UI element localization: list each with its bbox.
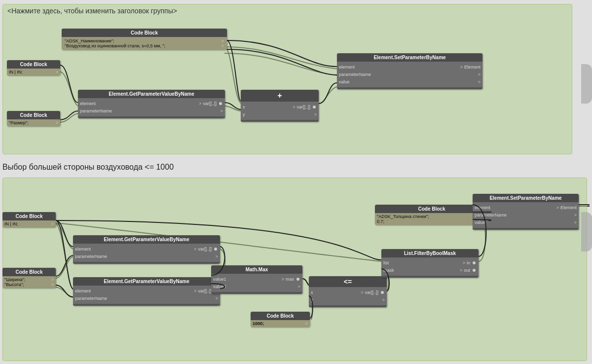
node-codeblock-top-header: Code Block: [62, 29, 227, 37]
port-set-value2: value: [475, 220, 485, 225]
port-left1-out: >: [56, 70, 58, 74]
port-dot5: [296, 278, 299, 281]
node-plus-header: +: [241, 90, 319, 102]
node-lte[interactable]: <= x > var[]..[] y >: [309, 276, 387, 307]
node-math-max[interactable]: Math.Max value1 > max value2 >: [211, 265, 302, 294]
node-get-param2[interactable]: Element.GetParameterValueByName element …: [73, 235, 220, 264]
port-set-param1: parameterName: [339, 72, 371, 77]
port-lte-var: var[]..[]: [365, 290, 378, 295]
port-element3-arrow: >: [194, 289, 196, 293]
node-get-param3[interactable]: Element.GetParameterValueByName element …: [73, 277, 220, 306]
node-plus[interactable]: + x > var[]..[] y >: [241, 90, 319, 122]
node-set-param1-header: Element.SetParameterByName: [337, 53, 482, 62]
port-max-out: max: [286, 277, 294, 282]
port-bot-left1-out: >: [51, 221, 54, 226]
port-lte-y: y: [311, 297, 313, 302]
port-mask: mask: [383, 268, 394, 273]
port-set-element2: element: [475, 205, 490, 210]
port-set-value1-arrow: >: [478, 79, 481, 84]
group1-title[interactable]: <Нажмите здесь, чтобы изменить заголовок…: [7, 7, 177, 15]
node-get-param2-footer: i: [73, 262, 220, 264]
port-dot1: [219, 102, 222, 105]
port-left2-out: >: [56, 120, 58, 125]
node-code-1000-header: Code Block: [251, 312, 310, 320]
port-value1-arrow: >: [282, 277, 284, 282]
node-left-code2-text: "Размер";: [9, 120, 29, 125]
group2-title: Выбор большей стороны воздуховода <= 100…: [2, 163, 174, 172]
port-dot8: [473, 269, 476, 272]
canvas: <Нажмите здесь, чтобы изменить заголовок…: [0, 0, 592, 364]
port-lte-y-arrow: >: [382, 297, 385, 302]
port-paramname2: parameterName: [75, 254, 107, 259]
node-left-code2[interactable]: Code Block "Размер"; >: [7, 111, 60, 126]
port-set-element1-arrow: >: [460, 65, 463, 70]
node-bot-left-code2-header: Code Block: [2, 268, 56, 276]
node-get-param1-footer: i: [78, 116, 225, 118]
port-set-element2-arrow: >: [556, 205, 559, 210]
group1-box: [2, 4, 572, 154]
node-set-param1[interactable]: Element.SetParameterByName element > Ele…: [337, 53, 482, 89]
node-codeblock-top[interactable]: Code Block "ADSK_Наименование"; "Воздухо…: [62, 29, 227, 50]
node-left-code1[interactable]: Code Block IN | IN; >: [7, 60, 60, 75]
node-left-code2-header: Code Block: [7, 111, 60, 119]
node-left-code1-header: Code Block: [7, 60, 60, 69]
node-code-adsk-header: Code Block: [375, 205, 488, 213]
port-value2: value2: [213, 284, 226, 289]
port-set-element-out2: Element: [560, 205, 577, 210]
port-dot7: [473, 261, 476, 264]
port-paramname3: parameterName: [75, 296, 107, 301]
node-codeblock-top-text: "ADSK_Наименование"; "Воздуховод из оцин…: [65, 38, 165, 48]
node-filter-bool[interactable]: List.FilterByBoolMask list > in mask > o…: [381, 249, 479, 278]
node-bot-left-code1[interactable]: Code Block IN | IN; >: [2, 212, 56, 227]
port-y1-arrow: >: [314, 112, 317, 117]
node-code-1000[interactable]: Code Block 1000; >: [251, 312, 310, 327]
port-visota: >: [51, 282, 54, 287]
port-var2: var[]..[]: [296, 105, 310, 109]
port-element2-arrow: >: [194, 247, 196, 252]
node-filter-footer: [381, 276, 479, 278]
node-get-param3-header: Element.GetParameterValueByName: [73, 277, 220, 286]
port-dot2: [313, 106, 316, 109]
port-set-param2: parameterName: [475, 213, 507, 218]
node-bot-left-code2[interactable]: Code Block "Ширина"; > "Высота"; >: [2, 268, 56, 288]
node-bot-left-code1-text: IN | IN;: [4, 221, 18, 226]
port-dot6: [381, 291, 384, 294]
node-code-adsk-text2: 0.7;: [377, 219, 384, 224]
port-set-param1-arrow: >: [478, 72, 481, 77]
node-set-param2-header: Element.SetParameterByName: [473, 194, 579, 202]
node-left-code1-text: IN | IN;: [9, 70, 23, 74]
port-set-value1: value: [339, 79, 350, 84]
node-math-max-footer: [211, 292, 302, 294]
node-bot-left-code2-text2: "Высота";: [4, 282, 24, 287]
port-1000-out: >: [305, 321, 308, 326]
port-set-element1: element: [339, 65, 355, 70]
port-element1: element: [80, 101, 96, 106]
node-get-param1[interactable]: Element.GetParameterValueByName element …: [78, 90, 225, 118]
port-var3: var[]..[]: [198, 247, 212, 252]
node-code-1000-text: 1000;: [253, 321, 264, 326]
node-set-param2[interactable]: Element.SetParameterByName element > Ele…: [473, 194, 579, 230]
port-var4: var[]..[]: [198, 289, 212, 293]
port-out-out: out: [464, 268, 470, 273]
node-set-param2-footer: [473, 228, 579, 230]
port-element2: element: [75, 247, 91, 252]
node-set-param1-footer: [337, 87, 482, 89]
port-value1: value1: [213, 277, 226, 282]
node-code-adsk[interactable]: Code Block "ADSK_Толщина стенки"; > 0.7;…: [375, 205, 488, 225]
port-dot3: [214, 248, 217, 251]
side-connector-bottom: [581, 212, 592, 252]
port-value2-arrow: >: [298, 284, 300, 289]
port-paramname2-arrow: >: [216, 254, 218, 259]
port-out2: >: [222, 43, 224, 48]
port-set-param2-arrow: >: [574, 213, 577, 218]
node-get-param3-footer: i: [73, 304, 220, 306]
port-list: list: [383, 260, 389, 265]
port-shirina: >: [51, 277, 54, 282]
node-get-param1-header: Element.GetParameterValueByName: [78, 90, 225, 98]
port-element3: element: [75, 289, 91, 293]
port-set-element-out1: Element: [464, 65, 481, 70]
port-element1-arrow: >: [199, 101, 201, 106]
node-filter-bool-header: List.FilterByBoolMask: [381, 249, 479, 257]
node-lte-footer: [309, 305, 387, 307]
side-connector-top: [581, 64, 592, 104]
